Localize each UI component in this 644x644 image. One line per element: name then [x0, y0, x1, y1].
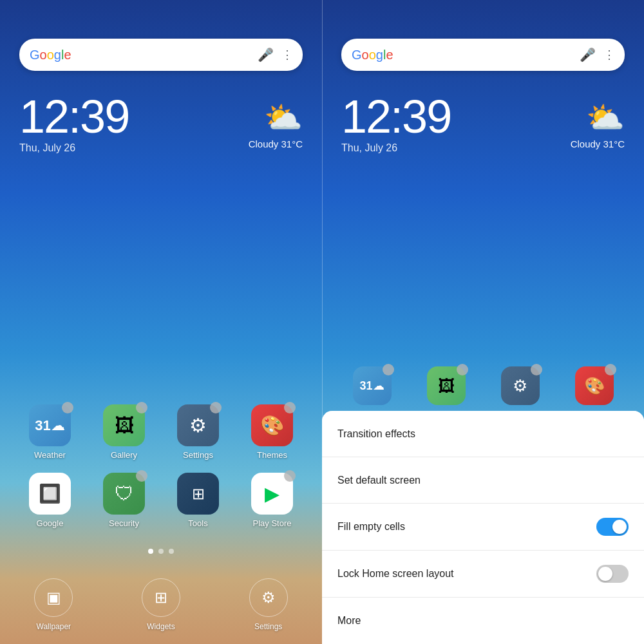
right-app-row-visible: 31 ☁ 🖼 ⚙ 🎨	[322, 366, 644, 409]
dock-wallpaper-label-left: Wallpaper	[37, 622, 71, 631]
app-icon-gallery-left: 🖼	[103, 404, 145, 446]
app-settings-left[interactable]: ⚙ Settings	[169, 404, 227, 460]
app-weather-right[interactable]: 31 ☁	[343, 366, 401, 409]
weather-text-right: Cloudy 31°C	[571, 138, 625, 149]
badge-settings-left	[210, 402, 222, 413]
app-icon-settings-right: ⚙	[501, 366, 540, 405]
search-bar-left[interactable]: Google 🎤 ⋮	[19, 39, 303, 71]
app-icon-settings-left: ⚙	[177, 404, 219, 446]
app-icon-weather-left: 31 ☁	[29, 404, 71, 446]
app-row-1-left: 31 ☁ Weather 🖼 Gallery ⚙ Settings	[13, 404, 309, 460]
app-themes-left[interactable]: 🎨 Themes	[243, 404, 301, 460]
mic-icon-left[interactable]: 🎤	[258, 47, 274, 62]
app-label-gallery-left: Gallery	[111, 450, 137, 460]
toggle-lock-home-screen[interactable]	[596, 565, 629, 583]
badge-themes-right	[605, 364, 616, 375]
menu-label-fill-empty-cells: Fill empty cells	[337, 521, 405, 533]
mic-icon-right[interactable]: 🎤	[580, 47, 596, 62]
google-logo-left: Google	[30, 48, 71, 62]
search-bar-icons-right: 🎤 ⋮	[580, 47, 614, 62]
settings-icon: ⚙	[261, 589, 276, 607]
weather-text-left: Cloudy 31°C	[249, 138, 303, 149]
dock-settings-left[interactable]: ⚙ Settings	[249, 578, 288, 631]
app-label-themes-left: Themes	[257, 450, 287, 460]
app-settings-right[interactable]: ⚙	[491, 366, 549, 409]
menu-item-set-default-screen[interactable]: Set default screen	[322, 457, 644, 504]
app-tools-left[interactable]: ⊞ Tools	[169, 473, 227, 528]
dot-indicators-left	[0, 549, 322, 554]
badge-security-left	[136, 470, 147, 482]
menu-label-transition-effects: Transition effects	[337, 428, 415, 440]
app-icon-playstore-left: ▶	[251, 473, 293, 515]
app-icon-security-left: 🛡	[103, 473, 145, 515]
badge-settings-right	[531, 364, 542, 375]
badge-playstore-left	[284, 470, 296, 482]
more-icon-left[interactable]: ⋮	[281, 48, 292, 62]
menu-item-more[interactable]: More	[322, 598, 644, 644]
weather-widget-right: ⛅ Cloudy 31°C	[571, 100, 625, 149]
toggle-thumb-lock-home-screen	[598, 567, 612, 581]
app-playstore-left[interactable]: ▶ Play Store	[243, 473, 301, 528]
app-icon-tools-left: ⊞	[177, 473, 219, 515]
toggle-thumb-fill-empty-cells	[612, 520, 627, 534]
dock-wallpaper-icon-left: ▣	[34, 578, 73, 617]
app-row-2-left: 🔲 Google 🛡 Security ⊞ Tools ▶	[13, 473, 309, 528]
dot-1-left	[148, 549, 153, 554]
badge-gallery-left	[136, 402, 147, 413]
badge-weather-right	[383, 364, 394, 375]
app-icon-gallery-right: 🖼	[427, 366, 466, 405]
app-icon-themes-right: 🎨	[575, 366, 614, 405]
app-label-settings-left: Settings	[183, 450, 213, 460]
weather-widget-left: ⛅ Cloudy 31°C	[249, 100, 303, 149]
menu-item-fill-empty-cells[interactable]: Fill empty cells	[322, 504, 644, 551]
menu-label-lock-home-screen: Lock Home screen layout	[337, 568, 454, 580]
menu-label-set-default-screen: Set default screen	[337, 475, 421, 486]
dock-wallpaper-left[interactable]: ▣ Wallpaper	[34, 578, 73, 631]
dock-settings-label-left: Settings	[254, 622, 282, 631]
app-themes-right[interactable]: 🎨	[565, 366, 623, 409]
weather-icon-left: ⛅	[264, 100, 303, 136]
context-menu: Transition effects Set default screen Fi…	[322, 411, 644, 644]
app-gallery-left[interactable]: 🖼 Gallery	[95, 404, 153, 460]
app-icon-weather-right: 31 ☁	[353, 366, 392, 405]
dock-settings-icon-left: ⚙	[249, 578, 288, 617]
menu-label-more: More	[337, 615, 361, 627]
right-panel: Google 🎤 ⋮ 12:39 Thu, July 26 ⛅ Cloudy 3…	[322, 0, 644, 644]
dot-3-left	[169, 549, 174, 554]
more-icon-right[interactable]: ⋮	[603, 48, 614, 62]
dock-widgets-icon-left: ⊞	[142, 578, 180, 617]
dock-widgets-label-left: Widgets	[147, 622, 175, 631]
app-label-google-left: Google	[37, 518, 64, 528]
toggle-fill-empty-cells[interactable]	[596, 518, 629, 536]
app-google-left[interactable]: 🔲 Google	[21, 473, 79, 528]
weather-icon-right: ⛅	[586, 100, 625, 136]
dock-widgets-left[interactable]: ⊞ Widgets	[142, 578, 180, 631]
dot-2-left	[158, 549, 164, 554]
app-label-security-left: Security	[109, 518, 139, 528]
app-gallery-right[interactable]: 🖼	[417, 366, 475, 409]
app-security-left[interactable]: 🛡 Security	[95, 473, 153, 528]
app-weather-left[interactable]: 31 ☁ Weather	[21, 404, 79, 460]
app-label-tools-left: Tools	[188, 518, 207, 528]
app-icon-google-left: 🔲	[29, 473, 71, 515]
search-bar-right[interactable]: Google 🎤 ⋮	[341, 39, 625, 71]
search-bar-icons-left: 🎤 ⋮	[258, 47, 292, 62]
app-label-weather-left: Weather	[34, 450, 66, 460]
app-icon-themes-left: 🎨	[251, 404, 293, 446]
app-label-playstore-left: Play Store	[253, 518, 292, 528]
menu-item-lock-home-screen[interactable]: Lock Home screen layout	[322, 551, 644, 598]
left-panel: Google 🎤 ⋮ 12:39 Thu, July 26 ⛅ Cloudy 3…	[0, 0, 322, 644]
badge-themes-left	[284, 402, 296, 413]
wallpaper-icon: ▣	[46, 589, 61, 607]
menu-item-transition-effects[interactable]: Transition effects	[322, 411, 644, 457]
app-grid-left: 31 ☁ Weather 🖼 Gallery ⚙ Settings	[13, 404, 309, 541]
widgets-icon: ⊞	[155, 589, 167, 607]
google-logo-right: Google	[352, 48, 393, 62]
badge-gallery-right	[457, 364, 468, 375]
badge-weather-left	[62, 402, 73, 413]
bottom-dock-left: ▣ Wallpaper ⊞ Widgets ⚙ Settings	[0, 578, 322, 631]
